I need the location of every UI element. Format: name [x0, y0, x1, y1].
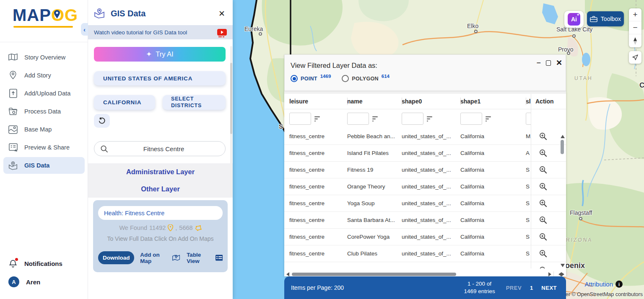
add-on-map-button[interactable]: Add on Map [140, 252, 180, 264]
panel-scrollbar-thumb[interactable] [230, 63, 232, 134]
sidebar-item-base-map[interactable]: Base Map [3, 121, 85, 138]
table-row[interactable]: fitness_centreIsland Fit Pilatesunited_s… [284, 145, 566, 162]
undo-button[interactable] [94, 114, 110, 128]
administrative-layer-section[interactable]: Administrative Layer [88, 163, 233, 180]
cell-shape2: S [521, 200, 531, 206]
column-header-shape1[interactable]: shape1 [455, 98, 521, 105]
zoom-to-feature-button[interactable] [539, 182, 548, 191]
notifications-item[interactable]: Notifications [0, 255, 88, 272]
compass-button[interactable] [629, 34, 641, 47]
geometry-radio-group: POINT1469POLYGON614 [291, 75, 390, 82]
sidebar-item-add-upload-data[interactable]: Add/Upload Data [3, 85, 85, 102]
download-button[interactable]: Download [98, 251, 134, 264]
filter-input-shape0[interactable] [402, 113, 423, 125]
table-row[interactable]: fitness_centreSanta Barbara At...united_… [284, 212, 566, 229]
table-row[interactable]: fitness_centrePebble Beach an...united_s… [284, 128, 566, 145]
zoom-out-button[interactable]: − [629, 21, 641, 34]
prev-page-button[interactable]: PREV [506, 285, 522, 291]
row-action-cell [531, 145, 555, 161]
minimize-icon[interactable]: − [536, 61, 541, 65]
current-page[interactable]: 1 [530, 285, 533, 291]
country-button[interactable]: UNITED STATES OF AMERICA [94, 71, 226, 85]
close-icon[interactable]: ✕ [556, 58, 562, 67]
vscroll-thumb[interactable] [561, 140, 564, 154]
point-count-icon [168, 224, 173, 231]
layer-search-input[interactable]: Fitness Centre [94, 141, 226, 156]
panel-close-icon[interactable]: ✕ [218, 9, 225, 18]
zoom-to-feature-button[interactable] [539, 249, 548, 258]
filter-icon[interactable] [486, 116, 491, 121]
hscroll-right-arrow[interactable] [548, 272, 551, 276]
try-ai-button[interactable]: ✦ Try AI [94, 47, 226, 62]
sidebar-item-gis-data[interactable]: GIS Data [3, 157, 85, 174]
search-icon [100, 145, 108, 153]
zoom-to-feature-button[interactable] [539, 132, 548, 141]
cell-shape1: California [455, 200, 521, 206]
filter-icon[interactable] [372, 116, 378, 121]
zoom-to-feature-button[interactable] [539, 216, 548, 224]
zoom-to-feature-button[interactable] [539, 165, 548, 174]
sidebar-collapse-button[interactable]: ‹ [81, 23, 88, 36]
table-row[interactable]: fitness_centreFitness 19united_states_of… [284, 162, 566, 178]
add-on-map-icon [172, 254, 180, 261]
column-header-shape0[interactable]: shape0 [397, 98, 455, 105]
sidebar-item-label: Base Map [24, 126, 52, 133]
row-action-cell [531, 162, 555, 178]
main-sidebar: MAPOG Story OverviewAdd StoryAdd/Upload … [0, 0, 88, 299]
info-icon[interactable]: i [615, 281, 623, 288]
radio-polygon[interactable]: POLYGON614 [342, 75, 390, 82]
video-tutorial-banner[interactable]: Watch video tutorial for GIS Data tool [88, 25, 233, 39]
table-row[interactable]: fitness_centreCorePower Yogaunited_state… [284, 229, 566, 245]
filter-icon[interactable] [314, 116, 320, 121]
column-header-name[interactable]: name [342, 98, 397, 105]
hscroll-thumb[interactable] [292, 273, 456, 276]
zoom-in-button[interactable]: + [629, 8, 641, 21]
ai-tool-button[interactable]: Ai ✦ [564, 11, 584, 28]
table-row[interactable]: fitness_centreOrange Theoryunited_states… [284, 178, 566, 195]
table-row[interactable]: fitness_centreClub Pilatesunited_states_… [284, 245, 566, 262]
next-page-button[interactable]: NEXT [541, 285, 557, 291]
locate-button[interactable] [629, 51, 641, 64]
youtube-icon[interactable] [217, 29, 227, 36]
filter-icon[interactable] [427, 116, 432, 121]
zoom-to-feature-button[interactable] [539, 199, 548, 208]
state-button[interactable]: CALIFORNIA [94, 95, 155, 110]
filter-input-name[interactable] [347, 113, 369, 125]
radio-label: POINT [301, 76, 317, 82]
table-row[interactable]: fitness_centreunited_states_of_...Califo… [284, 262, 566, 268]
attribution-link[interactable]: Attribution [584, 281, 613, 288]
map-canvas[interactable]: EurekaElkoSalt Lake CityProvoFlagstaffUT… [233, 0, 644, 299]
maximize-icon[interactable] [546, 60, 551, 66]
filter-action-cell [531, 109, 555, 128]
sidebar-item-story-overview[interactable]: Story Overview [3, 49, 85, 66]
data-table: leisurenameshape0shape1slAction fitness_… [284, 91, 566, 276]
zoom-to-feature-button[interactable] [539, 232, 548, 241]
select-districts-button[interactable]: SELECT DISTRICTS [163, 95, 226, 110]
table-row[interactable]: fitness_centreYoga Soupunited_states_of_… [284, 195, 566, 212]
other-layer-section[interactable]: Other Layer [88, 180, 233, 198]
vscroll-down-arrow[interactable] [561, 264, 565, 267]
zoom-to-feature-button[interactable] [539, 149, 548, 157]
filter-input-shape2[interactable] [526, 113, 531, 125]
hscroll-left-arrow[interactable] [286, 272, 289, 276]
filter-input-shape1[interactable] [460, 113, 482, 125]
sidebar-item-preview-share[interactable]: Preview & Share [3, 139, 85, 156]
toolbox-button[interactable]: Toolbox [587, 11, 624, 26]
card-hint: To View Full Data Click On Add On Maps [93, 235, 228, 242]
items-per-page[interactable]: Items per Page: 200 [291, 284, 344, 291]
zoom-to-feature-button[interactable] [539, 266, 548, 268]
vscroll-up-arrow[interactable] [561, 135, 565, 138]
sidebar-item-add-story[interactable]: Add Story [3, 67, 85, 84]
filter-input-leisure[interactable] [289, 113, 311, 125]
column-header-action[interactable]: Action [531, 94, 555, 109]
table-header-row: leisurenameshape0shape1slAction [284, 94, 566, 109]
action-hscroll-left-arrow[interactable] [558, 272, 561, 276]
table-view-button[interactable]: Table View [187, 252, 223, 264]
undo-icon [98, 117, 106, 125]
column-header-leisure[interactable]: leisure [284, 98, 342, 105]
cell-shape1: California [455, 167, 521, 173]
radio-point[interactable]: POINT1469 [291, 75, 331, 82]
user-item[interactable]: A Aren [0, 272, 88, 291]
sidebar-item-process-data[interactable]: Process Data [3, 103, 85, 120]
action-hscroll-right-arrow[interactable] [561, 272, 564, 276]
